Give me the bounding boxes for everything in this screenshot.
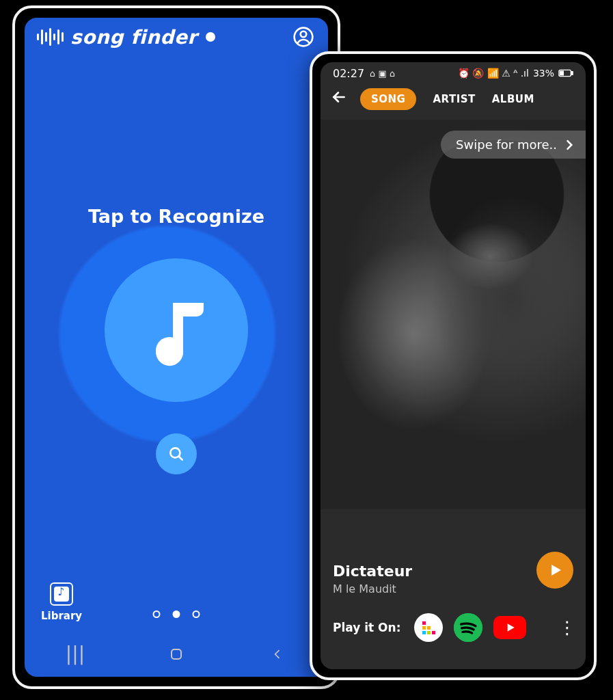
svg-rect-4 [172, 649, 181, 659]
page-dot[interactable] [173, 610, 180, 618]
track-artist: M le Maudit [333, 582, 573, 595]
overflow-button[interactable]: ⋮ [558, 617, 573, 638]
home-icon[interactable] [156, 644, 197, 664]
result-header: SONG ARTIST ALBUM [321, 84, 586, 120]
swipe-hint-label: Swipe for more.. [456, 137, 557, 152]
youtube-icon [503, 621, 517, 634]
battery-icon [558, 69, 573, 77]
vertical-dots-icon: ⋮ [558, 617, 573, 638]
tab-artist[interactable]: ARTIST [433, 93, 475, 105]
play-icon [547, 562, 563, 578]
svg-rect-7 [560, 71, 564, 75]
spotify-icon [454, 613, 482, 642]
deezer-icon [422, 621, 435, 634]
back-icon[interactable] [257, 644, 298, 664]
profile-button[interactable] [291, 25, 316, 49]
play-it-on-label: Play it On: [333, 621, 400, 634]
service-deezer[interactable] [414, 613, 443, 642]
album-artwork [321, 120, 586, 509]
recognize-button[interactable] [105, 258, 248, 402]
status-left-icons: ⌂ ▣ ⌂ [370, 68, 395, 79]
left-phone-frame: song finder Tap to Recognize Libr [12, 5, 340, 689]
back-button[interactable] [330, 88, 348, 110]
tab-album[interactable]: ALBUM [492, 93, 534, 105]
status-battery: 33% [533, 68, 554, 79]
service-spotify[interactable] [454, 613, 482, 642]
app-title: song finder [70, 26, 197, 49]
library-label: Library [41, 610, 82, 622]
status-time: 02:27 [333, 67, 364, 80]
tab-song[interactable]: SONG [360, 88, 416, 110]
library-icon [50, 582, 73, 606]
music-note-icon [135, 289, 217, 371]
search-button[interactable] [156, 433, 197, 474]
svg-point-1 [301, 31, 307, 38]
songfinder-screen: song finder Tap to Recognize Libr [25, 18, 328, 677]
result-screen: 02:27 ⌂ ▣ ⌂ ⏰ 🔕 📶 ⚠ ᴬ .ıl 33% SONG ARTIS… [321, 62, 586, 669]
page-dot[interactable] [193, 610, 200, 618]
artwork-shape [381, 161, 586, 420]
recognize-prompt: Tap to Recognize [25, 206, 328, 227]
unread-dot-icon [206, 32, 215, 42]
chevron-right-icon [562, 138, 576, 152]
library-button[interactable]: Library [41, 582, 82, 622]
arrow-left-icon [330, 88, 348, 106]
play-button[interactable] [536, 552, 573, 589]
svg-rect-6 [571, 72, 573, 75]
status-right-icons: ⏰ 🔕 📶 ⚠ ᴬ .ıl [458, 68, 529, 79]
right-phone-frame: 02:27 ⌂ ▣ ⌂ ⏰ 🔕 📶 ⚠ ᴬ .ıl 33% SONG ARTIS… [310, 51, 597, 680]
user-circle-icon [292, 26, 314, 48]
svg-point-2 [156, 337, 183, 364]
waveform-icon [37, 27, 64, 46]
recents-icon[interactable]: ||| [55, 644, 96, 664]
search-icon [167, 445, 185, 463]
android-nav-bar: ||| [25, 644, 328, 664]
page-indicator[interactable] [153, 610, 200, 618]
page-dot[interactable] [153, 610, 161, 618]
status-bar: 02:27 ⌂ ▣ ⌂ ⏰ 🔕 📶 ⚠ ᴬ .ıl 33% [321, 62, 586, 84]
service-youtube[interactable] [493, 616, 526, 639]
play-it-on-row: Play it On: ⋮ [333, 613, 573, 642]
result-tabs: SONG ARTIST ALBUM [360, 88, 534, 110]
swipe-hint[interactable]: Swipe for more.. [441, 131, 586, 159]
